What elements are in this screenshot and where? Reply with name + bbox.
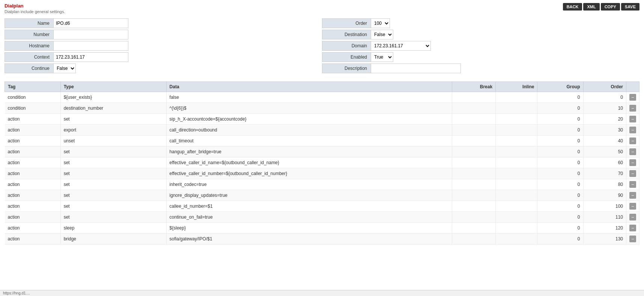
cell-inline <box>496 103 537 114</box>
cell-type: set <box>60 168 166 179</box>
cell-remove[interactable]: − <box>626 146 639 157</box>
context-input[interactable] <box>53 52 128 62</box>
col-break: Break <box>452 82 496 92</box>
cell-type: set <box>60 114 166 125</box>
cell-break <box>452 103 496 114</box>
remove-row-button[interactable]: − <box>629 94 636 101</box>
col-inline: Inline <box>496 82 537 92</box>
cell-break <box>452 146 496 157</box>
cell-remove[interactable]: − <box>626 103 639 114</box>
number-input[interactable] <box>53 30 128 39</box>
description-label: Description <box>322 63 371 73</box>
cell-remove[interactable]: − <box>626 223 639 234</box>
cell-type: set <box>60 146 166 157</box>
cell-remove[interactable]: − <box>626 114 639 125</box>
remove-row-button[interactable]: − <box>629 203 636 210</box>
cell-tag: action <box>5 157 61 168</box>
description-input[interactable] <box>371 63 461 73</box>
form-row-number: Number <box>5 30 322 39</box>
remove-row-button[interactable]: − <box>629 159 636 166</box>
cell-group: 0 <box>537 92 583 103</box>
cell-data: inherit_codec=true <box>166 179 452 190</box>
page-subtitle: Dialplan include general settings. <box>5 9 65 14</box>
xml-button[interactable]: XML <box>583 3 599 11</box>
remove-row-button[interactable]: − <box>629 116 636 122</box>
cell-remove[interactable]: − <box>626 136 639 146</box>
cell-remove[interactable]: − <box>626 157 639 168</box>
cell-order: 60 <box>583 157 626 168</box>
cell-tag: action <box>5 168 61 179</box>
cell-group: 0 <box>537 234 583 245</box>
continue-select[interactable]: False True <box>53 63 76 73</box>
save-button[interactable]: SAVE <box>621 3 639 11</box>
cell-order: 40 <box>583 136 626 146</box>
col-group: Group <box>537 82 583 92</box>
cell-remove[interactable]: − <box>626 201 639 212</box>
remove-row-button[interactable]: − <box>629 192 636 199</box>
cell-data: false <box>166 92 452 103</box>
cell-inline <box>496 234 537 245</box>
form-row-enabled: Enabled True False <box>322 52 639 62</box>
cell-remove[interactable]: − <box>626 125 639 136</box>
remove-row-button[interactable]: − <box>629 236 636 242</box>
domain-select[interactable]: 172.23.161.17 <box>371 41 431 51</box>
cell-tag: action <box>5 136 61 146</box>
hostname-input[interactable] <box>53 41 128 51</box>
remove-row-button[interactable]: − <box>629 137 636 144</box>
remove-row-button[interactable]: − <box>629 127 636 133</box>
cell-group: 0 <box>537 114 583 125</box>
remove-row-button[interactable]: − <box>629 214 636 220</box>
remove-row-button[interactable]: − <box>629 181 636 188</box>
table-row: action set effective_caller_id_name=${ou… <box>5 157 639 168</box>
cell-order: 10 <box>583 103 626 114</box>
order-select[interactable]: 100 <box>371 18 390 28</box>
cell-group: 0 <box>537 179 583 190</box>
cell-tag: action <box>5 201 61 212</box>
remove-row-button[interactable]: − <box>629 148 636 155</box>
cell-break <box>452 168 496 179</box>
cell-remove[interactable]: − <box>626 92 639 103</box>
header: Dialplan Dialplan include general settin… <box>0 0 644 15</box>
cell-data: effective_caller_id_number=${outbound_ca… <box>166 168 452 179</box>
copy-button[interactable]: COPY <box>601 3 620 11</box>
cell-inline <box>496 190 537 201</box>
table-row: action bridge sofia/gateway/IPO/$1 0 130… <box>5 234 639 245</box>
cell-tag: action <box>5 125 61 136</box>
continue-label: Continue <box>5 63 53 73</box>
dialplan-table: Tag Type Data Break Inline Group Order c… <box>5 82 639 245</box>
cell-break <box>452 125 496 136</box>
form-section: Name Number Hostname Context Continue Fa… <box>0 15 644 78</box>
form-row-context: Context <box>5 52 322 62</box>
back-button[interactable]: BACK <box>563 3 582 11</box>
table-header-row: Tag Type Data Break Inline Group Order <box>5 82 639 92</box>
cell-order: 120 <box>583 223 626 234</box>
remove-row-button[interactable]: − <box>629 225 636 231</box>
remove-row-button[interactable]: − <box>629 105 636 112</box>
cell-order: 100 <box>583 201 626 212</box>
header-buttons: BACK XML COPY SAVE <box>563 3 639 11</box>
cell-inline <box>496 201 537 212</box>
name-input[interactable] <box>53 18 128 28</box>
destination-select[interactable]: False True <box>371 30 393 39</box>
col-order: Order <box>583 82 626 92</box>
enabled-select[interactable]: True False <box>371 52 393 62</box>
cell-remove[interactable]: − <box>626 234 639 245</box>
cell-remove[interactable]: − <box>626 168 639 179</box>
enabled-label: Enabled <box>322 52 371 62</box>
cell-remove[interactable]: − <box>626 190 639 201</box>
table-row: action set callee_id_number=$1 0 100 − <box>5 201 639 212</box>
cell-order: 30 <box>583 125 626 136</box>
cell-order: 90 <box>583 190 626 201</box>
cell-type: ${user_exists} <box>60 92 166 103</box>
cell-order: 20 <box>583 114 626 125</box>
cell-break <box>452 201 496 212</box>
form-row-description: Description <box>322 63 639 73</box>
remove-row-button[interactable]: − <box>629 170 636 177</box>
cell-data: call_direction=outbound <box>166 125 452 136</box>
cell-data: hangup_after_bridge=true <box>166 146 452 157</box>
cell-group: 0 <box>537 190 583 201</box>
cell-tag: action <box>5 146 61 157</box>
cell-remove[interactable]: − <box>626 212 639 223</box>
name-label: Name <box>5 18 53 28</box>
cell-remove[interactable]: − <box>626 179 639 190</box>
